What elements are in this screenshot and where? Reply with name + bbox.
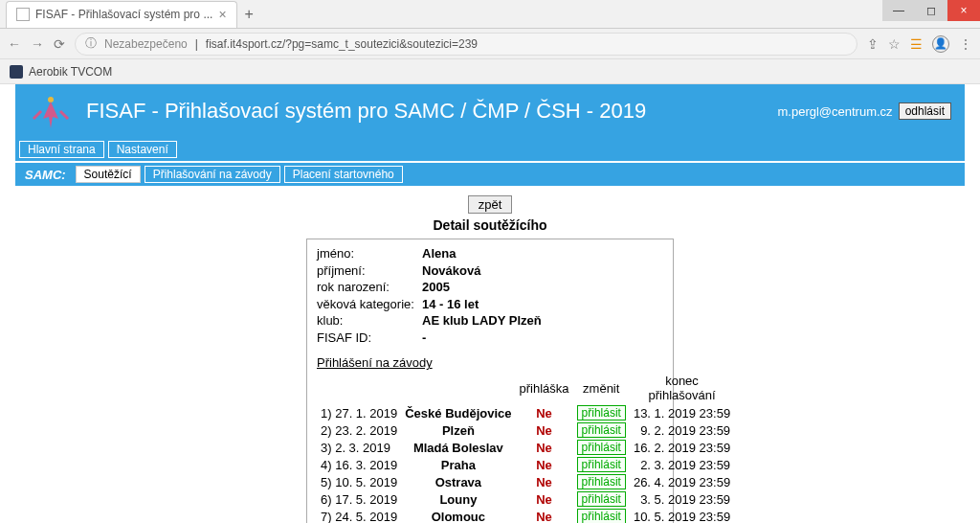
tab-bar: FISAF - Přihlašovací systém pro ... × + …: [0, 0, 980, 29]
window-maximize[interactable]: ◻: [915, 0, 947, 21]
registrations-table: přihláška změnit konec přihlašování 1) 2…: [317, 372, 734, 523]
window-close[interactable]: ×: [947, 0, 980, 21]
tab-close-icon[interactable]: ×: [218, 7, 226, 22]
samc-nav: SAMC: Soutěžící Přihlašování na závody P…: [15, 163, 965, 186]
cell-change: přihlásit: [573, 473, 630, 490]
menu-icon[interactable]: ⋮: [959, 36, 972, 52]
insecure-icon: ⓘ: [85, 35, 97, 52]
cell-place: Mladá Boleslav: [401, 439, 515, 456]
label-name: jméno:: [317, 245, 422, 262]
content: zpět Detail soutěžícího jméno:Alena příj…: [15, 186, 965, 523]
cell-place: Plzeň: [401, 421, 515, 439]
value-fisafid: -: [422, 330, 426, 347]
value-agecat: 14 - 16 let: [422, 296, 479, 313]
window-controls: — ◻ ×: [882, 0, 980, 21]
cell-place: Praha: [401, 456, 515, 473]
cell-deadline: 3. 5. 2019 23:59: [630, 490, 734, 508]
table-row: 5) 10. 5. 2019OstravaNepřihlásit26. 4. 2…: [317, 473, 734, 490]
cell-deadline: 16. 2. 2019 23:59: [630, 439, 734, 456]
bookmark-item[interactable]: Aerobik TVCOM: [29, 65, 112, 79]
cell-change: přihlásit: [573, 421, 630, 439]
nav-settings[interactable]: Nastavení: [108, 141, 177, 158]
header-title: FISAF - Přihlašovací systém pro SAMC / Č…: [86, 99, 646, 124]
table-row: 1) 27. 1. 2019České BudějoviceNepřihlási…: [317, 404, 734, 421]
tab-favicon: [16, 8, 30, 21]
label-surname: příjmení:: [317, 262, 422, 280]
window-minimize[interactable]: —: [882, 0, 915, 21]
tab-registration[interactable]: Přihlašování na závody: [145, 166, 280, 183]
register-button[interactable]: přihlásit: [577, 405, 626, 421]
user-email: m.pergl@centrum.cz: [778, 104, 893, 119]
nav-forward-icon[interactable]: →: [31, 36, 44, 52]
new-tab-button[interactable]: +: [245, 6, 254, 23]
page: FISAF - Přihlašovací systém pro SAMC / Č…: [0, 84, 980, 523]
cell-change: přihlásit: [573, 404, 630, 421]
cell-deadline: 10. 5. 2019 23:59: [630, 508, 734, 523]
register-button[interactable]: přihlásit: [577, 491, 626, 507]
cell-date: 2) 23. 2. 2019: [317, 421, 401, 439]
bookmark-bar: Aerobik TVCOM: [0, 59, 980, 84]
table-row: 2) 23. 2. 2019PlzeňNepřihlásit9. 2. 2019…: [317, 421, 734, 439]
tab-competitors[interactable]: Soutěžící: [76, 166, 141, 183]
back-button[interactable]: zpět: [468, 195, 513, 214]
detail-box: jméno:Alena příjmení:Nováková rok naroze…: [306, 239, 674, 523]
nav-reload-icon[interactable]: ⟳: [54, 36, 65, 52]
table-row: 7) 24. 5. 2019OlomoucNepřihlásit10. 5. 2…: [317, 508, 734, 523]
value-club: AE klub LADY Plzeň: [422, 312, 542, 330]
cell-change: přihlásit: [573, 456, 630, 473]
detail-title: Detail soutěžícího: [15, 217, 965, 233]
label-birth: rok narození:: [317, 279, 422, 296]
th-change: změnit: [573, 372, 630, 404]
url-field[interactable]: ⓘ Nezabezpečeno | fisaf.it4sport.cz/?pg=…: [75, 33, 858, 56]
cell-app: Ne: [516, 456, 573, 473]
registrations-link[interactable]: Přihlášení na závody: [317, 355, 433, 370]
cell-deadline: 13. 1. 2019 23:59: [630, 404, 734, 421]
cell-change: přihlásit: [573, 439, 630, 456]
cell-app: Ne: [516, 490, 573, 508]
value-surname: Nováková: [422, 262, 480, 280]
address-bar: ← → ⟳ ⓘ Nezabezpečeno | fisaf.it4sport.c…: [0, 29, 980, 59]
label-agecat: věková kategorie:: [317, 296, 422, 313]
bookmark-favicon: [10, 65, 23, 79]
cell-change: přihlásit: [573, 508, 630, 523]
cell-app: Ne: [516, 473, 573, 490]
cell-date: 5) 10. 5. 2019: [317, 473, 401, 490]
tab-title: FISAF - Přihlašovací systém pro ...: [35, 8, 212, 21]
cell-date: 6) 17. 5. 2019: [317, 490, 401, 508]
table-row: 6) 17. 5. 2019LounyNepřihlásit3. 5. 2019…: [317, 490, 734, 508]
value-birth: 2005: [422, 279, 450, 296]
logo-icon: [29, 89, 73, 133]
cell-app: Ne: [516, 439, 573, 456]
extension-icon[interactable]: ☰: [910, 36, 923, 52]
nav-home[interactable]: Hlavní strana: [19, 141, 104, 158]
browser-tab[interactable]: FISAF - Přihlašovací systém pro ... ×: [6, 1, 237, 28]
toolbar-right: ⇪ ☆ ☰ 👤 ⋮: [867, 35, 972, 53]
th-deadline: konec přihlašování: [630, 372, 734, 404]
cell-app: Ne: [516, 508, 573, 523]
logout-button[interactable]: odhlásit: [899, 102, 951, 120]
tab-payments[interactable]: Placení startovného: [284, 166, 403, 183]
cell-place: Olomouc: [401, 508, 515, 523]
th-app: přihláška: [516, 372, 573, 404]
table-row: 4) 16. 3. 2019PrahaNepřihlásit2. 3. 2019…: [317, 456, 734, 473]
cell-app: Ne: [516, 404, 573, 421]
register-button[interactable]: přihlásit: [577, 422, 626, 438]
cell-date: 4) 16. 3. 2019: [317, 456, 401, 473]
cell-deadline: 2. 3. 2019 23:59: [630, 456, 734, 473]
register-button[interactable]: přihlásit: [577, 509, 626, 523]
register-button[interactable]: přihlásit: [577, 457, 626, 472]
account-icon[interactable]: 👤: [932, 35, 949, 53]
cell-change: přihlásit: [573, 490, 630, 508]
cell-deadline: 9. 2. 2019 23:59: [630, 421, 734, 439]
insecure-label: Nezabezpečeno: [104, 37, 188, 51]
register-button[interactable]: přihlásit: [577, 474, 626, 489]
nav-back-icon[interactable]: ←: [8, 36, 21, 52]
browser-chrome: FISAF - Přihlašovací systém pro ... × + …: [0, 0, 980, 84]
samc-label: SAMC:: [19, 168, 72, 182]
register-button[interactable]: přihlásit: [577, 440, 626, 455]
cast-icon[interactable]: ⇪: [867, 36, 879, 52]
cell-place: Louny: [401, 490, 515, 508]
star-icon[interactable]: ☆: [888, 36, 901, 52]
table-row: 3) 2. 3. 2019Mladá BoleslavNepřihlásit16…: [317, 439, 734, 456]
cell-place: Ostrava: [401, 473, 515, 490]
